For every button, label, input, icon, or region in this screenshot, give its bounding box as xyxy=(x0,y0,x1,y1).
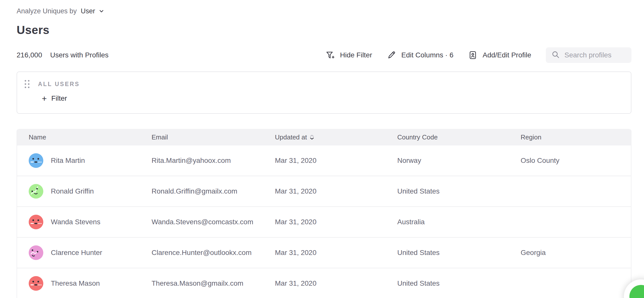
user-email: Rita.Martin@yahoox.com xyxy=(152,157,275,165)
chevron-down-icon xyxy=(98,8,105,14)
toolbar: Hide Filter Edit Columns · 6 xyxy=(325,47,631,63)
user-country: United States xyxy=(397,249,521,257)
stats-toolbar-row: 216,000 Users with Profiles Hide Filter xyxy=(17,47,631,63)
column-header-updated-at[interactable]: Updated at xyxy=(275,133,397,141)
drag-handle-icon[interactable] xyxy=(25,80,29,88)
user-name: Clarence Hunter xyxy=(51,249,102,257)
user-name: Ronald Griffin xyxy=(51,187,94,195)
analyze-uniques-dropdown[interactable]: User xyxy=(81,7,105,15)
user-updated-at: Mar 31, 2020 xyxy=(275,157,397,165)
user-updated-at: Mar 31, 2020 xyxy=(275,249,397,257)
table-row[interactable]: Clarence Hunter Clarence.Hunter@outlookx… xyxy=(17,238,631,268)
profile-card-icon xyxy=(468,50,478,60)
avatar-face xyxy=(29,153,43,168)
add-filter-button[interactable]: + Filter xyxy=(42,94,67,103)
profiles-table: Name Email Updated at Country Code Regio… xyxy=(17,129,631,298)
column-header-country-code[interactable]: Country Code xyxy=(397,133,521,141)
table-row[interactable]: Theresa Mason Theresa.Mason@gmailx.com M… xyxy=(17,268,631,298)
pencil-icon xyxy=(387,50,396,60)
table-header-row: Name Email Updated at Country Code Regio… xyxy=(17,129,631,145)
column-header-name[interactable]: Name xyxy=(29,133,152,141)
table-body: Rita Martin Rita.Martin@yahoox.com Mar 3… xyxy=(17,145,631,298)
user-email: Theresa.Mason@gmailx.com xyxy=(152,279,275,287)
hide-filter-label: Hide Filter xyxy=(340,51,372,59)
sort-chevron-icon xyxy=(310,135,314,140)
user-updated-at: Mar 31, 2020 xyxy=(275,218,397,226)
user-name: Wanda Stevens xyxy=(51,218,100,226)
avatar-face xyxy=(29,215,43,229)
user-country: United States xyxy=(397,279,521,287)
add-edit-profile-label: Add/Edit Profile xyxy=(483,51,531,59)
hide-filter-button[interactable]: Hide Filter xyxy=(325,50,372,60)
profile-count-label: Users with Profiles xyxy=(50,51,109,59)
avatar-face xyxy=(29,276,43,291)
user-name: Rita Martin xyxy=(51,157,85,165)
user-country: Norway xyxy=(397,157,521,165)
user-region: Georgia xyxy=(521,249,631,257)
analyze-uniques-value: User xyxy=(81,7,95,15)
users-page: Analyze Uniques by User Users 216,000 Us… xyxy=(0,0,644,298)
avatar xyxy=(29,184,43,199)
avatar xyxy=(29,153,43,168)
avatar xyxy=(29,276,43,291)
user-country: United States xyxy=(397,187,521,195)
search-profiles-input[interactable] xyxy=(564,51,626,59)
help-fab-icon xyxy=(629,285,644,298)
analyze-uniques-row: Analyze Uniques by User xyxy=(17,7,631,16)
profile-count: 216,000 Users with Profiles xyxy=(17,51,109,59)
plus-icon: + xyxy=(42,94,47,103)
user-updated-at: Mar 31, 2020 xyxy=(275,187,397,195)
user-email: Ronald.Griffin@gmailx.com xyxy=(152,187,275,195)
column-header-email[interactable]: Email xyxy=(152,133,275,141)
cohort-group-label[interactable]: ALL USERS xyxy=(38,81,80,88)
search-profiles-box[interactable] xyxy=(546,47,631,63)
user-name: Theresa Mason xyxy=(51,279,100,287)
avatar xyxy=(29,245,43,260)
column-header-region[interactable]: Region xyxy=(521,133,631,141)
avatar-face xyxy=(29,245,43,260)
add-filter-label: Filter xyxy=(51,94,67,102)
edit-columns-label: Edit Columns · 6 xyxy=(401,51,453,59)
filter-card: ALL USERS + Filter xyxy=(17,71,631,114)
user-email: Clarence.Hunter@outlookx.com xyxy=(152,249,275,257)
user-updated-at: Mar 31, 2020 xyxy=(275,279,397,287)
avatar-face xyxy=(29,184,43,199)
add-edit-profile-button[interactable]: Add/Edit Profile xyxy=(468,50,531,60)
search-icon xyxy=(551,50,560,60)
table-row[interactable]: Rita Martin Rita.Martin@yahoox.com Mar 3… xyxy=(17,145,631,176)
table-row[interactable]: Ronald Griffin Ronald.Griffin@gmailx.com… xyxy=(17,176,631,207)
user-region: Oslo County xyxy=(521,157,631,165)
avatar xyxy=(29,215,43,229)
table-row[interactable]: Wanda Stevens Wanda.Stevens@comcastx.com… xyxy=(17,207,631,238)
funnel-plus-icon xyxy=(325,50,335,60)
page-title: Users xyxy=(17,23,631,37)
edit-columns-button[interactable]: Edit Columns · 6 xyxy=(387,50,453,60)
profile-count-value: 216,000 xyxy=(17,51,42,59)
analyze-uniques-label: Analyze Uniques by xyxy=(17,7,77,15)
user-email: Wanda.Stevens@comcastx.com xyxy=(152,218,275,226)
user-country: Australia xyxy=(397,218,521,226)
